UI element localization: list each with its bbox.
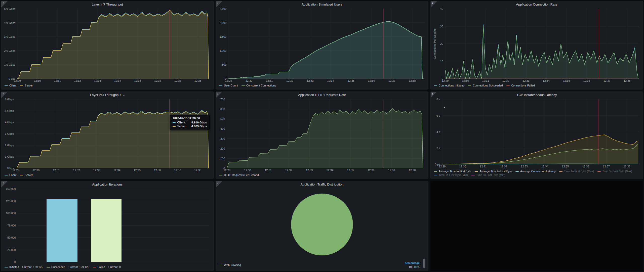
legend-item-server[interactable]: Server (20, 173, 33, 177)
x-tick-label: 12:32 (73, 169, 80, 172)
x-tick-label: 12:38 (623, 165, 630, 168)
y-tick-label: 30 (440, 25, 443, 28)
x-tick-label: 12:37 (388, 169, 395, 172)
legend-item-average-time-to-first-byte[interactable]: Average Time to First Byte (434, 169, 471, 173)
legend-label: Average Time to First Byte (439, 169, 471, 173)
chart-legend: Connections InitiatedConnections Succeed… (431, 83, 643, 89)
tcp-latency-chart[interactable]: 0 µs2 s4 s6 s8 s12:2912:3012:3112:3212:3… (431, 98, 643, 169)
panel-title[interactable]: Layer 2/3 Throughput (1, 92, 213, 98)
percentage-column-header[interactable]: percentage (405, 261, 420, 265)
y-tick-label: 700 (220, 98, 225, 101)
chart-legend: Average Time to First ByteAverage Time t… (431, 169, 643, 179)
x-tick-label: 12:32 (502, 79, 509, 82)
series-color-dash (5, 175, 8, 175)
legend-item-failed[interactable]: FailedCurrent: 0 (93, 265, 121, 269)
x-tick-label: 12:33 (522, 79, 530, 82)
legend-item-connections-succeeded[interactable]: Connections Succeeded (468, 84, 503, 87)
x-tick-label: 12:33 (307, 79, 314, 82)
traffic-distribution-pie[interactable] (216, 188, 428, 261)
legend-item-server[interactable]: Server (20, 84, 33, 87)
legend-item-connections-failed[interactable]: Connections Failed (506, 84, 535, 87)
http-requests-chart[interactable]: 010020030040050060070012:2912:3012:3112:… (216, 98, 428, 172)
x-tick-label: 12:31 (480, 165, 487, 168)
panel-title[interactable]: Application HTTP Requests Rate (216, 92, 428, 98)
legend-item-webbrowsing[interactable]: WebBrowsing (219, 263, 241, 267)
x-tick-label: 12:36 (154, 79, 161, 82)
panel-title[interactable]: Application Connection Rate (431, 1, 643, 8)
x-tick-label: 12:38 (624, 79, 631, 82)
legend-item-time-to-first-byte-max-[interactable]: Time To First Byte (Max) (559, 169, 594, 173)
legend-item-user-count[interactable]: User Count (219, 84, 238, 87)
series-color-dash (219, 265, 222, 265)
series-color-dash (5, 85, 8, 86)
series-color-dash (471, 175, 475, 175)
series-color-dash (47, 267, 50, 267)
panel-title[interactable]: Layer 4/7 Throughput (1, 1, 213, 8)
x-tick-label: 12:30 (33, 169, 40, 172)
legend-label: Succeeded (51, 265, 65, 269)
legend-item-client[interactable]: Client (5, 173, 16, 177)
legend-scrollbar[interactable] (423, 259, 425, 268)
x-tick-label: 12:34 (543, 79, 550, 82)
legend-item-time-to-last-byte-max-[interactable]: Time To Last Byte (Max) (597, 169, 632, 173)
panel-application-http-requests-rate: i Application HTTP Requests Rate 0100200… (216, 92, 428, 179)
panel-title[interactable]: Application Iterations (1, 181, 213, 188)
legend-item-average-time-to-last-byte[interactable]: Average Time to Last Byte (475, 169, 512, 173)
legend-item-time-to-first-byte-min-[interactable]: Time To First Byte (Min) (434, 173, 468, 177)
iterations-bar-chart[interactable]: 025,00050,00075,000100,000125,000150,000 (1, 188, 213, 264)
legend-item-concurrent-connections[interactable]: Concurrent Connections (242, 84, 276, 87)
layer23-throughput-chart[interactable]: 0 bps1 Gbps2 Gbps3 Gbps4 Gbps5 Gbps6 Gbp… (1, 98, 213, 172)
x-tick-label: 12:29 (224, 169, 231, 172)
chart-legend: InitiatedCurrent: 129,125SucceededCurren… (1, 264, 213, 271)
legend-item-average-connection-latency[interactable]: Average Connection Latency (515, 169, 556, 173)
bar-initiated[interactable] (47, 199, 77, 262)
y-tick-label: 100 (220, 157, 225, 160)
panel-title[interactable]: Application Traffic Distribution (216, 181, 428, 188)
y-tick-label: 25,000 (7, 248, 16, 251)
x-tick-label: 12:35 (562, 165, 569, 168)
series-color-dash (559, 171, 562, 172)
y-tick-label: 1,500 (220, 35, 227, 38)
legend-label: Connections Failed (511, 84, 535, 87)
x-tick-label: 12:31 (482, 79, 489, 82)
info-icon-glyph: i (217, 182, 218, 185)
pie-footer: WebBrowsing percentage 100.00% (216, 261, 428, 271)
legend-item-initiated[interactable]: InitiatedCurrent: 129,125 (5, 265, 43, 269)
panel-tcp-instantaneous-latency: i TCP Instantaneous Latency 0 µs2 s4 s6 … (430, 92, 643, 179)
legend-item-time-to-last-byte-min-[interactable]: Time To Last Byte (Min) (471, 173, 505, 177)
x-tick-label: 12:36 (582, 165, 589, 168)
legend-current-value: Current: 129,125 (68, 265, 89, 269)
legend-item-http-requests-per-second[interactable]: HTTP Requests Per Second (219, 173, 259, 177)
y-tick-label: 200 (220, 147, 225, 150)
x-tick-label: 12:33 (93, 169, 100, 172)
x-tick-label: 12:38 (409, 79, 416, 82)
y-tick-label: 5 Gbps (5, 109, 14, 112)
panel-layer-2-3-throughput: i Layer 2/3 Throughput 0 bps1 Gbps2 Gbps… (1, 92, 214, 179)
connection-rate-chart[interactable]: Connections Per Second01020304012:2912:3… (431, 8, 643, 83)
panel-application-simulated-users: i Application Simulated Users 05001,0001… (216, 1, 428, 89)
bar-succeeded[interactable] (91, 199, 122, 262)
legend-item-succeeded[interactable]: SucceededCurrent: 129,125 (47, 265, 89, 269)
layer47-throughput-chart[interactable]: 0 bps1.0 Gbps2.0 Gbps3.0 Gbps4.0 Gbps5.0… (1, 8, 213, 83)
client-series-dash (173, 122, 176, 123)
simulated-users-chart[interactable]: 05001,0001,5002,0002,50012:2912:3012:311… (216, 8, 428, 83)
x-tick-label: 12:37 (603, 165, 610, 168)
panel-title[interactable]: TCP Instantaneous Latency (431, 92, 643, 98)
legend-label: Time To First Byte (Min) (439, 173, 468, 177)
x-tick-label: 12:37 (174, 79, 181, 82)
series-color-dash (20, 85, 23, 86)
x-tick-label: 12:34 (541, 165, 548, 168)
x-tick-label: 12:38 (194, 169, 201, 172)
x-tick-label: 12:35 (134, 79, 141, 82)
pie-slice-webbrowsing[interactable] (291, 194, 353, 255)
tooltip-row-client: Client: 4.910 Gbps (173, 121, 207, 124)
y-tick-label: 500 (222, 63, 226, 66)
chevron-down-icon[interactable] (123, 94, 125, 96)
legend-label: Client (9, 173, 16, 177)
legend-item-client[interactable]: Client (5, 84, 16, 87)
legend-label: Client (9, 84, 16, 87)
x-tick-label: 12:35 (563, 79, 570, 82)
legend-item-connections-initiated[interactable]: Connections Initiated (434, 84, 465, 87)
panel-title[interactable]: Application Simulated Users (216, 1, 428, 8)
x-tick-label: 12:32 (285, 169, 292, 172)
